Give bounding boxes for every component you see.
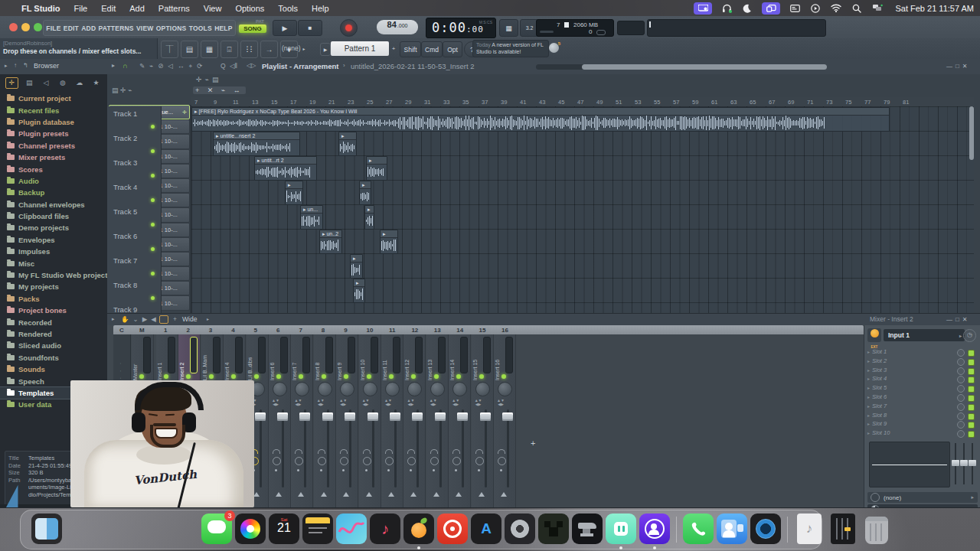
playlist-grid[interactable]: 7911131517192123252729313335373941434547…	[191, 97, 974, 313]
strip-enable-led[interactable]	[164, 374, 168, 379]
dock-app-file-mixer[interactable]	[828, 514, 858, 544]
audio-clip[interactable]: ▸	[353, 279, 365, 303]
strip-pan-arrows[interactable]: ▲▼ ◀▶	[384, 399, 392, 406]
slot-enable-led[interactable]	[968, 404, 975, 411]
strip-route-arrow[interactable]	[366, 492, 372, 497]
strip-stereo-icon[interactable]	[273, 449, 280, 454]
slot-enable-led[interactable]	[968, 350, 975, 357]
sidebar-item-audio[interactable]: Audio	[0, 175, 107, 187]
strip-enable-led[interactable]	[456, 374, 461, 379]
mixer-strip-number[interactable]: 10	[367, 327, 374, 334]
mixer-strip-number[interactable]: 14	[456, 327, 463, 334]
zoom-tool-icon[interactable]: Q	[220, 62, 226, 70]
mixer-strip-number[interactable]: 7	[299, 327, 302, 334]
menubar-menu-edit[interactable]: Edit	[101, 4, 116, 13]
wifi-icon[interactable]	[830, 3, 842, 14]
track-mute-led[interactable]	[151, 174, 155, 178]
strip-fader-handle[interactable]	[412, 412, 423, 421]
dock-app-calendar[interactable]: Sat21	[269, 514, 299, 544]
effect-slot[interactable]: ▸Slot 1	[867, 348, 978, 357]
audio-clip[interactable]: ▸	[364, 205, 374, 230]
slot-enable-led[interactable]	[968, 386, 975, 393]
strip-enable-led[interactable]	[231, 374, 236, 379]
playlist-window-controls[interactable]: —□✕	[946, 63, 971, 70]
strip-route-arrow[interactable]	[456, 492, 462, 497]
strip-route-arrow[interactable]	[276, 492, 282, 497]
sidebar-item-soundfonts[interactable]: Soundfonts	[0, 352, 107, 364]
strip-sep-knob[interactable]	[340, 457, 348, 465]
strip-pan-arrows[interactable]: ▲▼ ◀▶	[497, 399, 505, 406]
strip-stereo-icon[interactable]	[340, 449, 348, 454]
sidebar-item-my-fl-studio-web-projects[interactable]: My FL Studio Web projects	[0, 269, 107, 281]
strip-pan-arrows[interactable]: ▲▼ ◀▶	[294, 399, 302, 406]
dock-app-trash[interactable]	[861, 514, 892, 544]
strip-sep-knob[interactable]	[318, 457, 326, 465]
strip-sep-knob[interactable]	[295, 457, 303, 465]
arrow-tool-button[interactable]: →	[260, 41, 278, 58]
effect-slot[interactable]: ▸Slot 8	[867, 412, 978, 421]
sidebar-item-current-project[interactable]: Current project	[0, 93, 107, 104]
mixer-strip-number[interactable]: 16	[501, 327, 508, 334]
typing-to-piano-button[interactable]: ▦	[499, 19, 518, 37]
browser-tab-files[interactable]: ▤	[24, 78, 35, 88]
sidebar-item-recent-files[interactable]: Recent files	[0, 104, 107, 116]
play-button[interactable]: ▶	[273, 20, 297, 36]
strip-fader-handle[interactable]	[322, 412, 333, 421]
folder-tree-button[interactable]: ⏉	[161, 41, 178, 58]
audio-clip[interactable]: ▸	[285, 181, 303, 205]
browser-tab-favorites[interactable]: ★	[90, 78, 102, 88]
time-display[interactable]: 0:00:00 M:S:CS	[426, 18, 496, 38]
strip-enable-led[interactable]	[411, 374, 416, 379]
strip-pan-knob[interactable]	[498, 382, 512, 396]
slot-enable-led[interactable]	[968, 368, 975, 375]
playlist-tool-icons[interactable]: ✎⌁⊘◁↔⌖⟳	[139, 62, 207, 70]
grid-mini-tools[interactable]: ✛⌁▤	[196, 76, 221, 83]
slot-mix-knob[interactable]	[957, 394, 965, 402]
dock-app-anvil-app[interactable]	[572, 514, 603, 544]
track-mute-led[interactable]	[151, 198, 155, 202]
strip-fader-track[interactable]	[327, 409, 329, 487]
mixer-window-controls[interactable]: —□✕	[946, 316, 971, 323]
mixer-strip-insert-14[interactable]: Insert 14▲▼ ◀▶	[449, 334, 471, 508]
sidebar-item-sliced-audio[interactable]: Sliced audio	[0, 340, 107, 351]
strip-stereo-icon[interactable]	[452, 449, 460, 454]
send-time-selector[interactable]: (none) ▸	[867, 492, 978, 503]
mixer-tool-icons[interactable]: ✋⌄▶◀	[121, 315, 160, 323]
strip-fader-handle[interactable]	[299, 412, 310, 421]
strip-enable-led[interactable]	[501, 374, 506, 379]
eq-band-fader-2[interactable]	[962, 443, 966, 484]
strip-pan-arrows[interactable]: ▲▼ ◀▶	[317, 399, 325, 406]
slot-mix-knob[interactable]	[957, 403, 965, 411]
strip-route-arrow[interactable]	[298, 492, 304, 497]
mixer-strip-number[interactable]: 15	[479, 327, 486, 334]
snap-magnet-icon[interactable]: ∩	[122, 62, 128, 70]
slot-mix-knob[interactable]	[957, 358, 965, 366]
strip-route-arrow[interactable]	[343, 492, 349, 497]
moon-icon[interactable]	[741, 3, 753, 14]
strip-stereo-icon[interactable]	[385, 449, 393, 454]
sidebar-item-project-bones[interactable]: Project bones	[0, 305, 107, 316]
stage-manager-icon[interactable]	[762, 2, 780, 15]
strip-enable-led[interactable]	[434, 374, 439, 379]
strip-route-arrow[interactable]	[479, 492, 485, 497]
mixer-strip-number[interactable]: 13	[434, 327, 441, 334]
strip-fader-track[interactable]	[507, 409, 509, 487]
mixer-strip-insert-12[interactable]: Insert 12▲▼ ◀▶	[403, 334, 426, 508]
strip-pan-arrows[interactable]: ▲▼ ◀▶	[362, 399, 370, 406]
mixer-collapse-icon[interactable]: ▸	[112, 316, 115, 322]
strip-route-arrow[interactable]	[410, 492, 416, 497]
fl-menu-options[interactable]: OPTIONS	[156, 24, 187, 32]
strip-fader-track[interactable]	[372, 409, 374, 487]
fl-menu-tools[interactable]: TOOLS	[189, 24, 212, 32]
audio-clip[interactable]: ▸	[338, 132, 357, 156]
effect-slot[interactable]: ▸Slot 7	[867, 403, 978, 412]
sidebar-item-recorded[interactable]: Recorded	[0, 316, 107, 328]
sidebar-item-sounds[interactable]: Sounds	[0, 364, 107, 375]
mixer-strip-number[interactable]: 3	[209, 327, 212, 334]
track-mute-led[interactable]	[151, 125, 155, 129]
track-mute-led[interactable]	[151, 223, 155, 227]
eq-graph[interactable]	[869, 442, 950, 487]
audio-clip[interactable]: ▸	[380, 230, 398, 254]
sidebar-item-packs[interactable]: Packs	[0, 293, 107, 305]
effect-slot[interactable]: ▸Slot 10	[867, 429, 978, 439]
